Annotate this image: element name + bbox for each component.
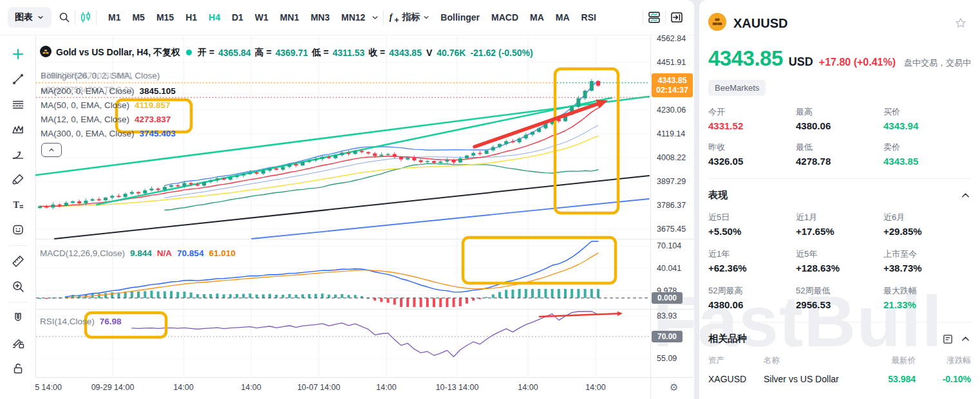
instrument-gold-icon (708, 13, 726, 33)
toolbar-separator (96, 10, 97, 24)
perf-value: +17.65% (796, 226, 883, 237)
toolbar-separator (665, 10, 666, 24)
perf-label: 近1月 (796, 212, 883, 223)
timeframe-M1[interactable]: M1 (103, 8, 126, 26)
panel-layout-icon[interactable] (647, 10, 661, 24)
related-list-icon[interactable] (942, 333, 954, 345)
timeframe-M15[interactable]: M15 (151, 8, 179, 26)
timeframes-chevron-down-icon[interactable] (371, 14, 379, 22)
timeframe-MN12[interactable]: MN12 (336, 8, 370, 26)
stat-value: 4331.52 (708, 120, 796, 131)
timeframe-H1[interactable]: H1 (180, 8, 202, 26)
rail-divider (8, 302, 28, 302)
divider (708, 178, 971, 179)
performance-title: 表现 (708, 189, 728, 201)
brush-lock-icon[interactable] (11, 336, 25, 350)
toolbar-separator (383, 10, 384, 24)
rail-divider (8, 245, 28, 246)
candlestick-style-icon[interactable] (79, 11, 92, 24)
candlestick-chart[interactable] (0, 0, 694, 399)
text-tool-icon[interactable]: T (11, 198, 25, 212)
pane-collapse-button[interactable] (41, 143, 62, 157)
timeframe-D1[interactable]: D1 (227, 8, 249, 26)
quick-indicator-bollinger[interactable]: Bollinger (435, 8, 485, 26)
unlock-icon[interactable] (11, 361, 25, 375)
chevron-down-icon (37, 14, 44, 21)
related-change: -0.10% (916, 374, 971, 384)
instrument-change: +17.80 (+0.41%) (819, 57, 896, 68)
related-row[interactable]: XAGUSDSilver vs US Dollar53.984-0.10% (708, 374, 971, 384)
quick-indicator-macd[interactable]: MACD (486, 8, 523, 26)
perf-cell: 52周最高4380.06 (708, 285, 796, 310)
search-icon[interactable] (58, 11, 71, 24)
add-drawing-icon[interactable] (11, 47, 25, 61)
stat-value: 4380.06 (796, 120, 883, 131)
stat-cell: 今开4331.52 (708, 106, 796, 131)
perf-cell: 最大跌幅21.33% (883, 285, 971, 310)
grid (36, 36, 649, 376)
performance-collapse-chevron-icon[interactable] (960, 190, 971, 201)
timeframe-M5[interactable]: M5 (127, 8, 149, 26)
timeframe-row: M1M5M15H1H4D1W1MN1MN3MN12 (103, 8, 370, 26)
favorite-star-icon[interactable] (954, 17, 967, 30)
collapse-panel-icon[interactable] (670, 10, 684, 24)
related-collapse-chevron-icon[interactable] (960, 333, 971, 344)
stat-value: 4343.85 (883, 156, 971, 167)
perf-label: 近1年 (708, 248, 796, 260)
magnet-icon[interactable] (11, 311, 25, 325)
stat-label: 最低 (796, 142, 883, 153)
perf-cell: 近5日+5.50% (708, 212, 796, 237)
axis-settings-gear-icon[interactable]: ⚙ (670, 382, 678, 393)
stat-cell: 昨收4326.05 (708, 142, 796, 167)
emoji-sticker-icon[interactable] (11, 223, 25, 237)
stat-value: 4326.05 (708, 156, 796, 167)
stat-cell: 最低4278.78 (796, 142, 883, 167)
zoom-in-icon[interactable] (11, 279, 25, 293)
perf-value: 2956.53 (796, 299, 883, 310)
perf-value: +5.50% (708, 226, 796, 237)
top-toolbar: 图表 M1M5M15H1H4D1W1MN1MN3MN12 f 指标 Bollin… (0, 0, 694, 35)
timeframe-MN3[interactable]: MN3 (305, 8, 335, 26)
quick-indicator-ma-2[interactable]: MA (551, 8, 575, 26)
chart-menu-label: 图表 (15, 12, 33, 23)
stat-label: 卖价 (883, 142, 971, 153)
quote-stats-grid: 今开4331.52最高4380.06买价4343.94昨收4326.05最低42… (708, 106, 971, 167)
timeframe-MN1[interactable]: MN1 (275, 8, 305, 26)
timeframe-H4[interactable]: H4 (203, 8, 225, 26)
quick-indicator-ma[interactable]: MA (525, 8, 549, 26)
perf-cell: 上市至今+38.73% (883, 248, 971, 274)
perf-label: 近6月 (883, 212, 971, 223)
chart-menu-button[interactable]: 图表 (8, 7, 52, 28)
indicators-button[interactable]: 指标 (400, 8, 435, 27)
function-indicator-icon[interactable]: f (388, 11, 400, 24)
divider (708, 322, 971, 322)
instrument-symbol: XAUUSD (733, 16, 787, 31)
perf-cell: 近1年+62.36% (708, 248, 796, 274)
perf-label: 52周最高 (708, 285, 796, 297)
related-header-cell: 涨跌幅 (916, 355, 971, 366)
order-lines[interactable] (36, 83, 649, 98)
broker-tag[interactable]: BeeMarkets (708, 80, 766, 96)
perf-cell: 近6月+29.85% (883, 212, 971, 237)
timeframe-W1[interactable]: W1 (250, 8, 274, 26)
perf-cell: 近1月+17.65% (796, 212, 883, 237)
horizontal-lines-icon[interactable] (11, 97, 25, 111)
perf-cell: 近5年+128.63% (796, 248, 883, 274)
pattern-waves-icon[interactable] (11, 122, 25, 136)
trend-line-icon[interactable] (11, 72, 25, 86)
stat-label: 今开 (708, 106, 796, 118)
perf-label: 52周最低 (796, 285, 883, 297)
ruler-icon[interactable] (11, 254, 25, 268)
related-title: 相关品种 (708, 333, 747, 345)
drawing-tool-rail: T (0, 35, 35, 399)
perf-value: +29.85% (883, 226, 971, 237)
perf-value: +62.36% (708, 263, 796, 274)
related-header-cell: 资产 (708, 355, 764, 366)
stat-label: 最高 (796, 106, 883, 118)
quick-indicator-rsi[interactable]: RSI (576, 8, 601, 26)
perf-value: 4380.06 (708, 299, 796, 310)
related-header-cell: 最新价 (856, 355, 916, 366)
perf-label: 最大跌幅 (883, 285, 971, 297)
arrow-curve-icon[interactable] (11, 147, 25, 162)
brush-icon[interactable] (11, 172, 25, 187)
